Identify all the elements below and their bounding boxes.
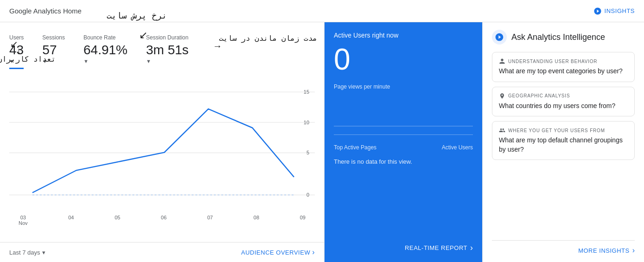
x-label-07: 07 bbox=[207, 215, 213, 226]
date-range-label: Last 7 days bbox=[9, 249, 40, 256]
chevron-down-icon: ▾ bbox=[42, 249, 45, 256]
arrow-nrx: ↙ bbox=[139, 29, 147, 41]
insights-icon bbox=[593, 7, 602, 15]
duration-sub: ▼ bbox=[146, 58, 189, 64]
audience-overview-link[interactable]: AUDIENCE OVERVIEW › bbox=[241, 248, 315, 256]
suggestion-card-3[interactable]: WHERE YOU GET YOUR USERS FROM What are m… bbox=[492, 121, 635, 160]
x-label-04: 04 bbox=[68, 215, 74, 226]
suggestion-card-1[interactable]: UNDERSTANDING USER BEHAVIOR What are my … bbox=[492, 52, 635, 82]
svg-text:15: 15 bbox=[304, 89, 309, 95]
bounce-rate-value: 64.91% bbox=[83, 43, 128, 58]
right-footer: MORE INSIGHTS › bbox=[492, 240, 635, 255]
chevron-right-insights: › bbox=[632, 246, 635, 255]
x-label-08: 08 bbox=[254, 215, 259, 226]
suggestion-category-1: UNDERSTANDING USER BEHAVIOR bbox=[499, 58, 628, 64]
divider bbox=[334, 134, 473, 135]
insights-button[interactable]: INSIGHTS bbox=[593, 7, 635, 15]
realtime-chart bbox=[334, 94, 473, 131]
person-icon bbox=[499, 58, 505, 64]
page-title: Google Analytics Home bbox=[9, 7, 82, 15]
ask-title: Ask Analytics Intelligence bbox=[511, 32, 605, 42]
suggestion-card-2[interactable]: GEOGRAPHIC ANALYSIS What countries do my… bbox=[492, 87, 635, 117]
suggestion-question-1: What are my top event categories by user… bbox=[499, 67, 628, 76]
insights-label: INSIGHTS bbox=[605, 7, 635, 14]
active-users-count: 0 bbox=[334, 45, 473, 74]
ask-analytics-icon bbox=[495, 32, 504, 42]
chevron-right-icon: › bbox=[312, 248, 315, 256]
group-icon bbox=[499, 127, 505, 134]
bounce-sub: ▼ bbox=[83, 58, 128, 64]
ask-icon-circle bbox=[492, 30, 507, 45]
ask-header: Ask Analytics Intelligence bbox=[492, 30, 635, 45]
x-label-05: 05 bbox=[115, 215, 120, 226]
svg-text:0: 0 bbox=[306, 192, 309, 198]
active-users-col: Active Users bbox=[442, 144, 473, 151]
bounce-rate-label: Bounce Rate bbox=[83, 34, 128, 41]
no-data-message: There is no data for this view. bbox=[334, 158, 473, 165]
page-views-label: Page views per minute bbox=[334, 83, 473, 90]
realtime-footer: REAL-TIME REPORT › bbox=[334, 237, 473, 253]
suggestion-category-3: WHERE YOU GET YOUR USERS FROM bbox=[499, 127, 628, 134]
more-insights-label: MORE INSIGHTS bbox=[578, 247, 630, 254]
annotation-users: تعداد کاربران bbox=[0, 55, 56, 64]
metric-bounce-rate: Bounce Rate 64.91% ▼ bbox=[83, 34, 128, 69]
svg-text:5: 5 bbox=[306, 150, 309, 156]
realtime-report-label: REAL-TIME REPORT bbox=[405, 244, 467, 251]
main-content: نرخ پرش سایت ↙ Users 43 ▼ Sessions 57 ▼ … bbox=[0, 22, 644, 262]
annotation-duration: مدت زمان ماندن در سایت bbox=[219, 34, 317, 43]
active-users-title: Active Users right now bbox=[334, 32, 473, 39]
suggestion-category-2: GEOGRAPHIC ANALYSIS bbox=[499, 93, 628, 99]
chart-area: 15 10 5 0 03 Nov 04 bbox=[0, 78, 324, 242]
chevron-right-realtime: › bbox=[470, 243, 473, 253]
arrow-duration: → bbox=[213, 41, 222, 51]
session-duration-value: 3m 51s bbox=[146, 43, 189, 58]
suggestion-question-3: What are my top default channel grouping… bbox=[499, 136, 628, 154]
left-panel: نرخ پرش سایت ↙ Users 43 ▼ Sessions 57 ▼ … bbox=[0, 22, 325, 262]
audience-overview-label: AUDIENCE OVERVIEW bbox=[241, 249, 310, 256]
suggestion-question-2: What countries do my users come from? bbox=[499, 102, 628, 111]
realtime-report-link[interactable]: REAL-TIME REPORT › bbox=[405, 243, 473, 253]
arrow-users2: ↙ bbox=[10, 38, 18, 50]
svg-text:10: 10 bbox=[304, 120, 309, 125]
left-panel-footer: Last 7 days ▾ AUDIENCE OVERVIEW › bbox=[0, 242, 324, 262]
top-pages-header: Top Active Pages Active Users bbox=[334, 144, 473, 151]
metric-session-duration: Session Duration 3m 51s ▼ bbox=[146, 34, 189, 69]
x-label-06: 06 bbox=[161, 215, 166, 226]
ask-intelligence-panel: Ask Analytics Intelligence UNDERSTANDING… bbox=[482, 22, 644, 262]
x-axis-labels: 03 Nov 04 05 06 07 08 bbox=[9, 215, 315, 226]
session-duration-label: Session Duration bbox=[146, 34, 189, 41]
date-range-button[interactable]: Last 7 days ▾ bbox=[9, 249, 45, 256]
more-insights-link[interactable]: MORE INSIGHTS › bbox=[578, 246, 635, 255]
x-label-03: 03 Nov bbox=[19, 215, 28, 226]
annotation-nrx: نرخ پرش سایت bbox=[107, 11, 167, 21]
realtime-panel: Active Users right now 0 Page views per … bbox=[325, 22, 482, 262]
top-bar: Google Analytics Home INSIGHTS bbox=[0, 0, 644, 22]
top-pages-label: Top Active Pages bbox=[334, 144, 376, 151]
line-chart: 15 10 5 0 bbox=[9, 83, 315, 213]
x-label-09: 09 bbox=[300, 215, 306, 226]
location-icon bbox=[499, 93, 505, 99]
sessions-label: Sessions bbox=[42, 34, 65, 41]
